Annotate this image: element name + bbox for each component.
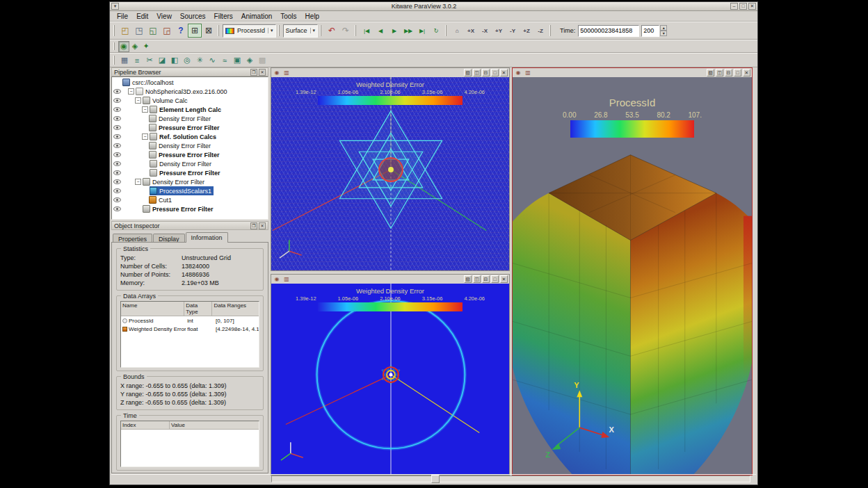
view-book-icon[interactable]: ▥ [282, 275, 291, 283]
menu-item-filters[interactable]: Filters [210, 12, 237, 21]
open-file-button[interactable]: ◰ [118, 24, 132, 38]
split-vertical-icon[interactable]: ◫ [716, 69, 723, 76]
group-datasets-button[interactable]: ▣ [231, 54, 243, 67]
dock-close-icon[interactable]: ✕ [259, 69, 266, 76]
select-points-button[interactable]: ⊠ [202, 24, 216, 38]
frame-input[interactable] [641, 25, 659, 37]
redo-camera-button[interactable]: ↷ [339, 24, 353, 38]
show-center-button[interactable]: ◉ [118, 41, 129, 52]
pipeline-tree-item[interactable]: − NohSpherical3D.exo.216.000 [112, 87, 268, 96]
view-camera-icon[interactable]: ◉ [273, 275, 281, 283]
view-plus-x-button[interactable]: +X [464, 24, 478, 38]
toolbar-handle[interactable] [320, 25, 323, 37]
tab-information[interactable]: Information [186, 232, 228, 243]
render-canvas[interactable]: ProcessId 0.00 26.8 53.5 80.2 107. [513, 77, 752, 475]
reset-center-button[interactable]: ✦ [140, 41, 152, 52]
tree-expander-icon[interactable]: − [128, 88, 134, 95]
loop-button[interactable]: ▶▶ [401, 24, 415, 38]
close-button[interactable]: ✕ [748, 3, 756, 10]
pipeline-tree-item[interactable]: − Ref. Solution Calcs [112, 132, 268, 141]
close-view-icon[interactable]: ✕ [500, 275, 508, 283]
pipeline-tree-item[interactable]: Pressure Error Filter [112, 123, 268, 132]
pipeline-tree-item[interactable]: Density Error Filter [112, 114, 268, 123]
view-plus-y-button[interactable]: +Y [492, 24, 506, 38]
visibility-eye-icon[interactable] [113, 206, 121, 211]
view-plus-z-button[interactable]: +Z [520, 24, 533, 38]
pipeline-tree-item[interactable]: csrc://localhost [112, 78, 268, 87]
lookmark-icon[interactable]: ▧ [707, 69, 714, 76]
visibility-eye-icon[interactable] [113, 188, 121, 193]
select-cells-button[interactable]: ⊞ [188, 24, 202, 38]
progress-handle[interactable] [431, 475, 440, 483]
table-row[interactable]: Weighted Density Error float [4.22498e-1… [121, 325, 259, 333]
view-book-icon[interactable]: ▥ [524, 69, 532, 76]
visibility-eye-icon[interactable] [113, 116, 121, 121]
render-canvas[interactable]: Weighted Density Error 1.39e-12 1.05e-06… [271, 77, 509, 270]
pipeline-tree-item[interactable]: − Volume Calc [112, 96, 268, 105]
stream-tracer-button[interactable]: ∿ [206, 54, 218, 67]
toolbar-handle[interactable] [113, 56, 116, 65]
clip-filter-button[interactable]: ✂ [143, 54, 156, 67]
view-book-icon[interactable]: ▥ [282, 69, 291, 76]
toolbar-handle[interactable] [218, 25, 220, 37]
spin-up-icon[interactable]: ▴ [660, 25, 667, 31]
menu-item-view[interactable]: View [152, 12, 176, 21]
view-minus-y-button[interactable]: -Y [506, 24, 520, 38]
toolbar-handle[interactable] [445, 25, 448, 37]
view-minus-z-button[interactable]: -Z [533, 24, 547, 38]
lookmark-icon[interactable]: ▧ [464, 69, 472, 76]
plot-filter-button[interactable]: ▩ [256, 54, 268, 67]
visibility-eye-icon[interactable] [113, 179, 121, 184]
warp-filter-button[interactable]: ≈ [218, 54, 231, 67]
menu-item-sources[interactable]: Sources [176, 12, 210, 21]
toolbar-handle[interactable] [113, 25, 116, 37]
time-table[interactable]: Index Value [120, 421, 259, 467]
maximize-view-icon[interactable]: □ [491, 275, 499, 283]
dock-close-icon[interactable]: ✕ [259, 222, 266, 229]
glyph-filter-button[interactable]: ✳ [193, 54, 206, 67]
pipeline-tree-item[interactable]: Density Error Filter [112, 159, 268, 168]
slice-filter-button[interactable]: ◪ [156, 54, 168, 67]
split-vertical-icon[interactable]: ◫ [473, 69, 481, 76]
pipeline-tree-item-selected[interactable]: ProcessIdScalars1 [112, 186, 268, 195]
disconnect-server-button[interactable]: ◲ [160, 24, 174, 38]
tree-expander-icon[interactable]: − [135, 97, 141, 104]
undo-camera-button[interactable]: ↶ [325, 24, 339, 38]
tree-expander-icon[interactable]: − [142, 106, 148, 113]
time-input[interactable] [578, 25, 639, 37]
lookmark-icon[interactable]: ▧ [464, 275, 472, 283]
visibility-eye-icon[interactable] [113, 143, 121, 148]
toolbar-handle[interactable] [549, 25, 552, 37]
dock-float-icon[interactable]: ❐ [250, 69, 257, 76]
visibility-eye-icon[interactable] [113, 197, 121, 202]
help-button[interactable]: ? [174, 24, 188, 38]
last-frame-button[interactable]: ↻ [429, 24, 443, 38]
frame-spinner[interactable]: ▴ ▾ [641, 25, 667, 37]
menu-item-animation[interactable]: Animation [237, 12, 276, 21]
toolbar-handle[interactable] [278, 25, 281, 37]
first-frame-button[interactable]: |◀ [360, 24, 373, 38]
maximize-view-icon[interactable]: □ [734, 69, 741, 76]
toolbar-handle[interactable] [113, 42, 116, 51]
render-canvas[interactable]: Weighted Density Error 1.39e-12 1.05e-06… [271, 284, 509, 475]
minimize-button[interactable]: – [730, 3, 738, 10]
calculator-filter-button[interactable]: ≡ [131, 54, 143, 67]
color-by-combo[interactable]: ProcessId ▾ [223, 24, 276, 38]
save-data-button[interactable]: ◳ [132, 24, 146, 38]
pipeline-tree-item[interactable]: Pressure Error Filter [112, 150, 268, 159]
pipeline-tree-item[interactable]: − Density Error Filter [112, 177, 268, 186]
menu-item-file[interactable]: File [113, 12, 132, 21]
visibility-eye-icon[interactable] [113, 98, 121, 103]
menu-item-edit[interactable]: Edit [132, 12, 152, 21]
split-horizontal-icon[interactable]: ⊟ [725, 69, 732, 76]
visibility-eye-icon[interactable] [113, 170, 121, 175]
data-arrays-table[interactable]: Name Data Type Data Ranges ProcessId int… [120, 301, 259, 368]
pipeline-tree-item[interactable]: Pressure Error Filter [112, 204, 268, 213]
visibility-eye-icon[interactable] [113, 107, 121, 112]
pipeline-tree-item[interactable]: Pressure Error Filter [112, 168, 268, 177]
pipeline-tree-item[interactable]: Density Error Filter [112, 141, 268, 150]
close-view-icon[interactable]: ✕ [500, 69, 508, 76]
view-minus-x-button[interactable]: -X [478, 24, 492, 38]
visibility-eye-icon[interactable] [113, 125, 121, 130]
table-row[interactable]: ProcessId int [0, 107] [121, 316, 259, 325]
